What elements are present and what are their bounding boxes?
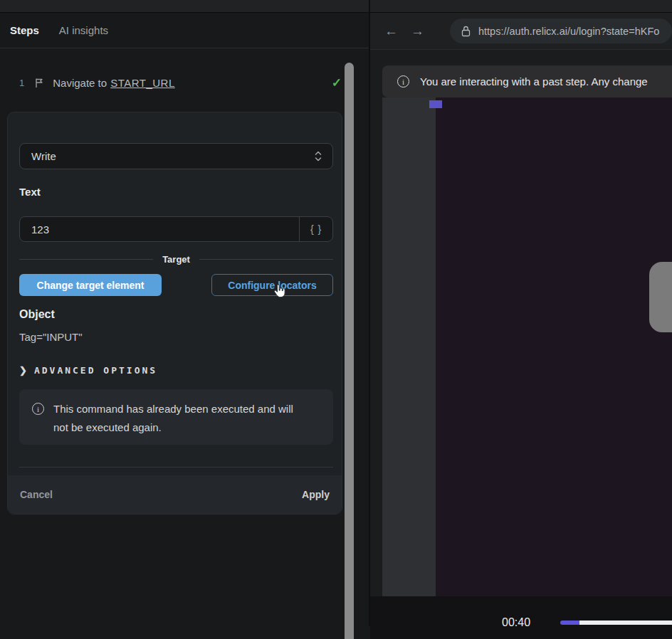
info-icon: i [32, 403, 44, 415]
app-window: Steps AI insights 1 Navigate to START_UR… [0, 0, 672, 639]
change-target-element-button[interactable]: Change target element [19, 274, 162, 296]
command-select-value: Write [31, 150, 314, 162]
object-tag-value: Tag="INPUT" [19, 331, 83, 343]
past-step-banner: i You are interacting with a past step. … [382, 65, 672, 97]
check-icon: ✓ [332, 75, 342, 90]
step-start-url-link[interactable]: START_URL [110, 77, 175, 89]
executed-info-text: This command has already been executed a… [53, 400, 295, 437]
text-field-label: Text [19, 186, 41, 198]
window-top-strip [0, 0, 672, 13]
divider-line [19, 259, 153, 260]
tab-ai-insights[interactable]: AI insights [59, 24, 108, 36]
progress-bar-fill[interactable] [560, 620, 579, 625]
step-row[interactable]: 1 Navigate to START_URL ✓ [0, 68, 342, 97]
step-editor-card: Write Text 123 { } Target Change [7, 112, 342, 514]
divider-line [199, 259, 333, 260]
player-bar: 00:40 [370, 596, 672, 639]
executed-info-box: i This command has already been executed… [19, 389, 333, 445]
url-text: https://auth.relicx.ai/u/login?state=hKF… [478, 26, 659, 37]
target-divider: Target [19, 252, 333, 266]
panel-scrollbar[interactable] [345, 63, 354, 639]
forward-arrow-icon[interactable]: → [411, 23, 424, 39]
tab-steps[interactable]: Steps [10, 24, 39, 36]
panel-tabbar: Steps AI insights [0, 13, 369, 48]
variables-braces-button[interactable]: { } [300, 217, 332, 241]
screenshot-page-region [436, 97, 672, 600]
pointer-hand-cursor [273, 283, 287, 302]
browser-navbar: ← → https://auth.relicx.ai/u/login?state… [370, 13, 672, 50]
url-bar[interactable]: https://auth.relicx.ai/u/login?state=hKF… [450, 19, 672, 43]
progress-bar-track[interactable] [579, 620, 672, 625]
advanced-options-label: ADVANCED OPTIONS [34, 365, 157, 376]
card-footer: Cancel Apply [8, 475, 342, 514]
chevron-right-icon: ❯ [19, 365, 27, 376]
object-heading: Object [19, 308, 55, 321]
back-arrow-icon[interactable]: ← [384, 23, 398, 39]
target-divider-label: Target [162, 254, 190, 265]
step-label: Navigate to [53, 77, 107, 89]
apply-button[interactable]: Apply [302, 489, 330, 500]
lock-icon [461, 26, 471, 37]
cancel-button[interactable]: Cancel [20, 489, 53, 500]
past-step-banner-text: You are interacting with a past step. An… [420, 75, 648, 88]
command-select[interactable]: Write [19, 143, 333, 169]
browser-preview-panel: ← → https://auth.relicx.ai/u/login?state… [370, 13, 672, 639]
flag-icon [34, 78, 44, 88]
text-input-group: 123 { } [19, 216, 333, 242]
advanced-options-toggle[interactable]: ❯ ADVANCED OPTIONS [19, 365, 157, 376]
element-highlight-badge [429, 100, 442, 108]
step-number: 1 [19, 78, 24, 88]
text-input[interactable]: 123 [20, 217, 300, 241]
playback-time: 00:40 [502, 616, 530, 629]
screenshot-sidebar-region [382, 97, 436, 596]
info-icon: i [397, 75, 409, 88]
side-handle[interactable] [649, 262, 672, 332]
select-updown-icon [314, 150, 322, 162]
steps-panel: Steps AI insights 1 Navigate to START_UR… [0, 13, 369, 639]
footer-divider [19, 467, 333, 468]
